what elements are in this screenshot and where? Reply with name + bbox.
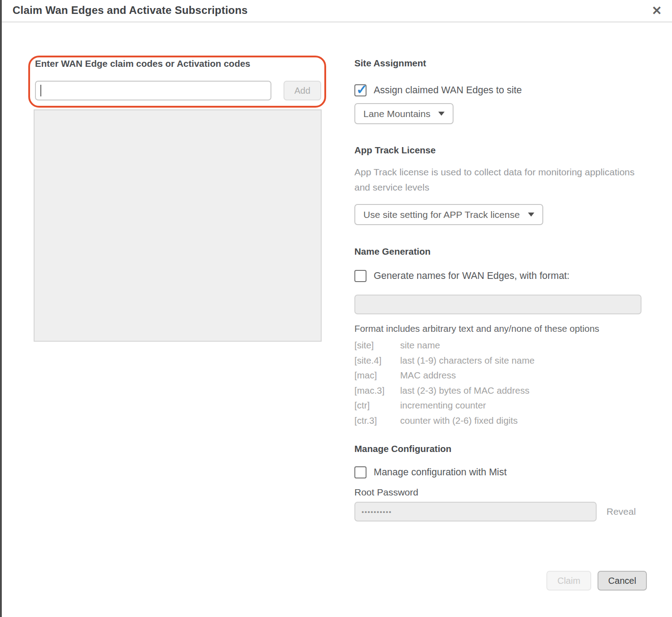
assign-site-checkbox-row: ✓ Assign claimed WAN Edges to site bbox=[354, 84, 643, 96]
dialog-header: Claim Wan Edges and Activate Subscriptio… bbox=[2, 0, 672, 22]
option-tag: [ctr] bbox=[354, 398, 400, 413]
root-password-label: Root Password bbox=[354, 487, 643, 498]
option-desc: site name bbox=[400, 338, 440, 353]
claim-codes-label: Enter WAN Edge claim codes or Activation… bbox=[35, 58, 250, 69]
site-assignment-heading: Site Assignment bbox=[354, 57, 643, 69]
site-select-value: Lane Mountains bbox=[363, 109, 430, 119]
generate-names-checkbox-label: Generate names for WAN Edges, with forma… bbox=[374, 270, 570, 282]
list-item: [mac.3] last (2-3) bytes of MAC address bbox=[354, 383, 643, 398]
generate-names-checkbox-row: Generate names for WAN Edges, with forma… bbox=[354, 269, 643, 282]
root-password-row: Reveal bbox=[354, 502, 643, 521]
root-password-input[interactable] bbox=[354, 502, 597, 521]
option-desc: MAC address bbox=[400, 368, 456, 383]
manage-config-checkbox-label: Manage configuration with Mist bbox=[374, 467, 506, 478]
reveal-password-link[interactable]: Reveal bbox=[607, 506, 636, 517]
dialog-title: Claim Wan Edges and Activate Subscriptio… bbox=[13, 4, 248, 17]
option-tag: [site.4] bbox=[354, 353, 400, 368]
option-desc: incrementing counter bbox=[400, 398, 486, 413]
app-track-description: App Track license is used to collect dat… bbox=[354, 165, 637, 195]
checkmark-icon: ✓ bbox=[356, 82, 367, 97]
page-edge-strip bbox=[0, 0, 2, 617]
manage-config-checkbox-row: Manage configuration with Mist bbox=[354, 466, 643, 478]
assign-site-checkbox[interactable]: ✓ bbox=[354, 84, 367, 96]
add-button[interactable]: Add bbox=[284, 81, 321, 100]
chevron-down-icon bbox=[528, 213, 534, 217]
format-help-text: Format includes arbitrary text and any/n… bbox=[354, 322, 633, 336]
list-item: [ctr.3] counter with (2-6) fixed digits bbox=[354, 413, 643, 428]
assign-site-checkbox-label: Assign claimed WAN Edges to site bbox=[374, 85, 522, 96]
cancel-button[interactable]: Cancel bbox=[598, 571, 647, 591]
chevron-down-icon bbox=[438, 112, 445, 116]
generate-names-checkbox[interactable] bbox=[354, 270, 367, 282]
option-desc: last (1-9) characters of site name bbox=[400, 353, 535, 368]
name-generation-heading: Name Generation bbox=[354, 246, 643, 257]
manage-configuration-heading: Manage Configuration bbox=[354, 443, 643, 454]
option-desc: last (2-3) bytes of MAC address bbox=[400, 383, 529, 398]
app-track-select[interactable]: Use site setting for APP Track license bbox=[354, 204, 543, 225]
options-panel: Site Assignment ✓ Assign claimed WAN Edg… bbox=[354, 54, 643, 521]
list-item: [site.4] last (1-9) characters of site n… bbox=[354, 353, 643, 368]
list-item: [mac] MAC address bbox=[354, 368, 643, 383]
option-tag: [mac.3] bbox=[354, 383, 400, 398]
app-track-select-value: Use site setting for APP Track license bbox=[363, 209, 520, 220]
option-desc: counter with (2-6) fixed digits bbox=[400, 413, 518, 428]
app-track-heading: App Track License bbox=[354, 144, 643, 156]
claim-button[interactable]: Claim bbox=[546, 571, 591, 591]
text-cursor bbox=[40, 85, 41, 96]
close-icon[interactable]: ✕ bbox=[649, 3, 665, 19]
option-tag: [mac] bbox=[354, 368, 400, 383]
name-format-input[interactable] bbox=[354, 295, 641, 314]
site-select[interactable]: Lane Mountains bbox=[354, 103, 454, 124]
option-tag: [ctr.3] bbox=[354, 413, 400, 428]
list-item: [ctr] incrementing counter bbox=[354, 398, 643, 413]
claim-code-input[interactable] bbox=[35, 81, 271, 100]
option-tag: [site] bbox=[354, 338, 400, 353]
list-item: [site] site name bbox=[354, 338, 643, 353]
manage-config-checkbox[interactable] bbox=[354, 466, 367, 478]
claim-codes-list-area bbox=[34, 109, 322, 342]
format-options-list: [site] site name [site.4] last (1-9) cha… bbox=[354, 338, 643, 428]
